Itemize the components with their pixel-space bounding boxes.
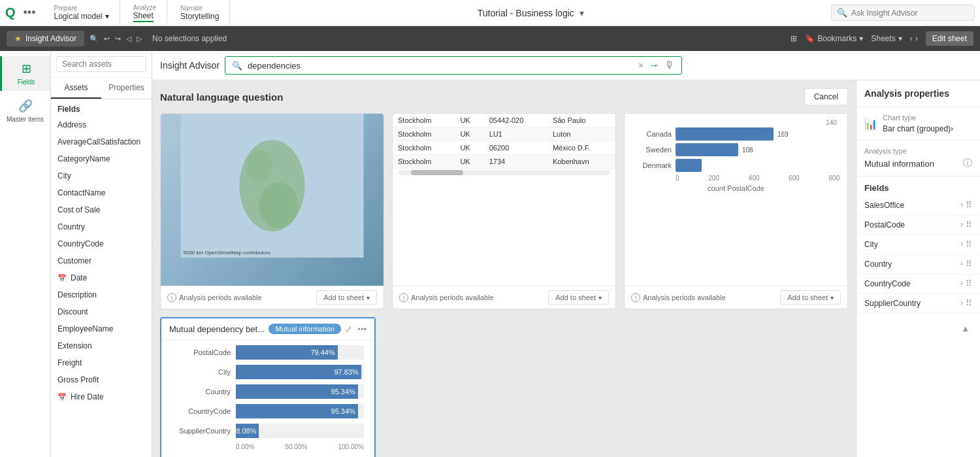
prepare-nav[interactable]: Prepare Logical model ▾	[43, 0, 120, 25]
title-dropdown-icon[interactable]: ▾	[580, 8, 584, 18]
prev-arrow-icon[interactable]: ‹	[910, 34, 913, 43]
submit-search-icon[interactable]: →	[649, 59, 659, 71]
sidebar-item-freight[interactable]: Freight	[51, 354, 152, 371]
postalcode-field-tools: › ⠿	[960, 220, 972, 229]
salesoffice-drag-icon[interactable]: ⠿	[966, 200, 972, 210]
grid-view-icon[interactable]: ⊞	[791, 34, 797, 43]
sidebar-item-country[interactable]: Country	[51, 218, 152, 235]
properties-tab[interactable]: Properties	[101, 78, 152, 99]
suppliercountry-drag-icon[interactable]: ⠿	[966, 298, 972, 308]
sheets-button[interactable]: Sheets ▾	[871, 34, 902, 43]
salesoffice-field-name: SalesOffice	[864, 201, 904, 210]
clear-search-icon[interactable]: ×	[638, 60, 644, 71]
sidebar-item-date[interactable]: 📅 Date	[51, 269, 152, 286]
table-cell: Stockholm	[393, 127, 455, 141]
sweden-label: Sweden	[632, 146, 672, 154]
svg-point-3	[259, 182, 299, 228]
bar-add-to-sheet-button[interactable]: Add to sheet ▾	[780, 290, 841, 305]
smart-search-icon[interactable]: 🔍	[90, 35, 99, 43]
sidebar-item-customer[interactable]: Customer	[51, 252, 152, 269]
cancel-button[interactable]: Cancel	[804, 88, 848, 105]
edit-sheet-button[interactable]: Edit sheet	[926, 31, 973, 46]
table-cell: Kobenhavn	[547, 155, 615, 169]
redo-icon[interactable]: ↪	[115, 35, 121, 43]
analyze-label: Analyze	[133, 4, 157, 11]
country-drag-icon[interactable]: ⠿	[966, 259, 972, 269]
bookmarks-button[interactable]: 🔖 Bookmarks ▾	[805, 34, 863, 43]
city-label: City	[57, 171, 71, 180]
table-scrollbar-thumb[interactable]	[411, 170, 463, 175]
sidebar-item-grossprofit[interactable]: Gross Profit	[51, 371, 152, 388]
sidebar-item-address[interactable]: Address	[51, 116, 152, 133]
sidebar-item-employeename[interactable]: EmployeeName	[51, 320, 152, 337]
analyze-nav[interactable]: Analyze Sheet	[123, 0, 168, 25]
city-bar-label: City	[172, 368, 231, 376]
right-field-suppliercountry[interactable]: SupplierCountry › ⠿	[857, 294, 980, 313]
salesoffice-field-tools: › ⠿	[960, 200, 972, 210]
assets-tab[interactable]: Assets	[51, 78, 101, 99]
mutual-card-header: Mutual dependency bet... Mutual informat…	[161, 318, 374, 340]
salesoffice-arrow-icon[interactable]: ›	[960, 200, 963, 210]
forward-icon[interactable]: ▷	[137, 35, 142, 43]
table-horizontal-scrollbar[interactable]	[398, 170, 610, 175]
insight-advisor-button[interactable]: ★ Insight Advisor	[7, 31, 84, 46]
countrycode-drag-icon[interactable]: ⠿	[966, 279, 972, 288]
sidebar-item-discount[interactable]: Discount	[51, 303, 152, 320]
sidebar-item-city[interactable]: City	[51, 167, 152, 184]
next-arrow-icon[interactable]: ›	[915, 34, 918, 43]
search-assets-input[interactable]	[56, 56, 146, 72]
prepare-dropdown-icon[interactable]: ▾	[105, 12, 109, 21]
bookmark-icon: 🔖	[805, 34, 815, 43]
chart-type-arrow[interactable]: ›	[951, 124, 953, 133]
svg-text:5000 km OpenStreetMap contribu: 5000 km OpenStreetMap contributors	[184, 250, 270, 256]
sidebar-item-categoryname[interactable]: CategoryName	[51, 150, 152, 167]
city-drag-icon[interactable]: ⠿	[966, 239, 972, 249]
fields-nav-item[interactable]: ⊞ Fields	[0, 56, 50, 91]
bar-chart-icon: 📊	[864, 118, 877, 130]
postalcode-field-name: PostalCode	[864, 220, 905, 229]
bar-chart-axis: 0 200 400 600 800	[632, 175, 840, 182]
collapse-panel-icon[interactable]: ▲	[956, 318, 975, 339]
insight-search-input[interactable]	[248, 61, 633, 71]
more-options-icon[interactable]: •••	[24, 6, 36, 20]
more-options-icon[interactable]: •••	[357, 324, 367, 334]
right-field-salesoffice[interactable]: SalesOffice › ⠿	[857, 195, 980, 215]
countrycode-arrow-icon[interactable]: ›	[960, 279, 963, 288]
microphone-icon[interactable]: 🎙	[664, 59, 675, 71]
suppliercountry-arrow-icon[interactable]: ›	[960, 298, 963, 308]
country-arrow-icon[interactable]: ›	[960, 259, 963, 269]
ask-insight-search[interactable]: 🔍	[831, 5, 975, 21]
sidebar-item-hiredate[interactable]: 📅 Hire Date	[51, 388, 152, 405]
main-layout: ⊞ Fields 🔗 Master items Assets Propertie…	[0, 51, 980, 457]
sidebar-item-description[interactable]: Description	[51, 286, 152, 303]
postalcode-drag-icon[interactable]: ⠿	[966, 220, 972, 229]
table-card-content: Stockholm UK 05442-020 São Paulo Stockho…	[393, 114, 615, 286]
narrate-nav[interactable]: Narrate Storytelling	[170, 0, 230, 25]
master-items-nav-item[interactable]: 🔗 Master items	[0, 93, 50, 128]
star-icon: ★	[14, 34, 22, 43]
ask-insight-input[interactable]	[851, 8, 956, 18]
sidebar-item-extension[interactable]: Extension	[51, 337, 152, 354]
section-title-text: Natural language question	[160, 92, 283, 103]
sidebar-item-countrycode[interactable]: CountryCode	[51, 235, 152, 252]
postalcode-arrow-icon[interactable]: ›	[960, 220, 963, 229]
table-add-to-sheet-button[interactable]: Add to sheet ▾	[548, 290, 609, 305]
city-arrow-icon[interactable]: ›	[960, 239, 963, 249]
sidebar-item-averagecallsatisfaction[interactable]: AverageCallSatisfaction	[51, 133, 152, 150]
right-field-country[interactable]: Country › ⠿	[857, 254, 980, 274]
right-field-countrycode[interactable]: CountryCode › ⠿	[857, 274, 980, 294]
right-field-postalcode[interactable]: PostalCode › ⠿	[857, 215, 980, 235]
sidebar-item-contactname[interactable]: ContactName	[51, 184, 152, 201]
map-add-to-sheet-button[interactable]: Add to sheet ▾	[316, 290, 377, 305]
postalcode-bar-track: 79.44%	[236, 345, 364, 360]
right-field-city[interactable]: City › ⠿	[857, 235, 980, 254]
analysis-type-info-icon[interactable]: ⓘ	[963, 158, 972, 169]
expand-icon[interactable]: ⤢	[345, 324, 352, 334]
analysis-properties-title: Analysis properties	[857, 80, 980, 107]
collapse-section: ▲	[857, 313, 980, 344]
undo-icon[interactable]: ↩	[104, 35, 110, 43]
prepare-value: Logical model ▾	[54, 12, 108, 21]
back-icon[interactable]: ◁	[126, 35, 131, 43]
sidebar-item-costofsale[interactable]: Cost of Sale	[51, 201, 152, 218]
bar-chart-visualization: 140 Canada 169 Sweden 108	[625, 114, 847, 197]
